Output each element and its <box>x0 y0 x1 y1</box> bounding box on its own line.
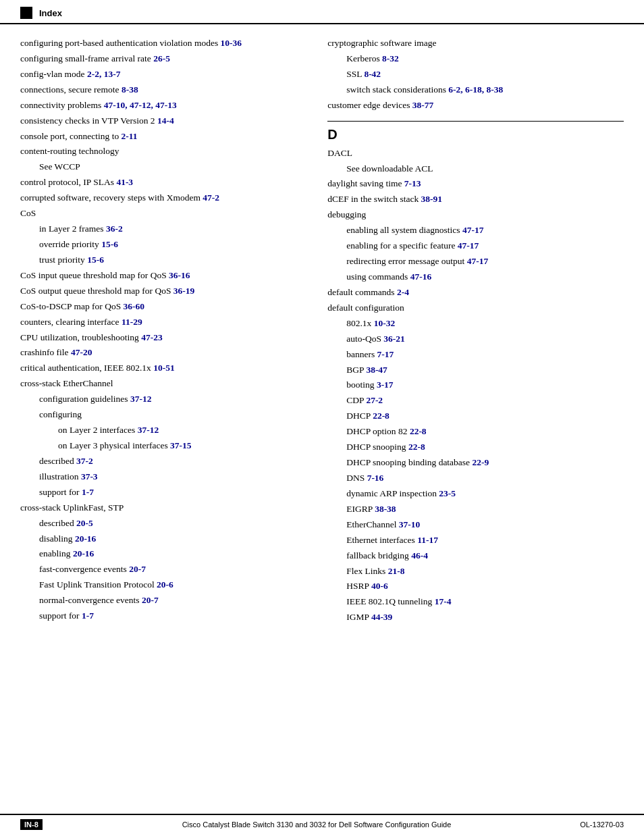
entry-link[interactable]: 14-4 <box>157 115 174 126</box>
entry-link[interactable]: 20-16 <box>73 548 95 558</box>
entry-link[interactable]: 26-5 <box>153 53 170 63</box>
entry-text: console port, connecting to <box>20 131 122 141</box>
entry-text: Ethernet interfaces <box>346 535 417 545</box>
entry-link[interactable]: 22-8 <box>410 426 427 436</box>
entry-link[interactable]: 20-7 <box>129 564 146 574</box>
list-item: in Layer 2 frames 36-2 <box>20 222 307 236</box>
page-header: Index <box>0 0 644 24</box>
list-item: cryptographic software image <box>327 36 624 51</box>
entry-link[interactable]: 10-36 <box>221 38 242 48</box>
entry-link[interactable]: 8-38 <box>122 84 138 95</box>
entry-link[interactable]: 17-4 <box>435 596 452 606</box>
entry-link[interactable]: 8-42 <box>364 69 381 79</box>
entry-link[interactable]: 37-12 <box>130 394 152 404</box>
entry-link[interactable]: 47-2 <box>203 192 219 203</box>
entry-link[interactable]: 2-4 <box>397 287 409 297</box>
entry-link[interactable]: 37-15 <box>170 440 192 450</box>
entry-link[interactable]: 10-32 <box>374 318 396 328</box>
entry-link[interactable]: 11-17 <box>417 535 438 545</box>
entry-link[interactable]: 8-32 <box>382 53 399 63</box>
entry-text: crashinfo file <box>20 347 71 357</box>
entry-link[interactable]: 44-39 <box>371 612 393 622</box>
entry-link[interactable]: 10-51 <box>153 363 175 373</box>
entry-link[interactable]: 37-3 <box>81 471 98 481</box>
entry-link[interactable]: 22-8 <box>408 442 425 452</box>
entry-link[interactable]: 36-16 <box>169 270 190 280</box>
entry-link[interactable]: 7-13 <box>404 178 421 188</box>
entry-link[interactable]: 6-2, 6-18, 8-38 <box>448 84 503 95</box>
entry-link[interactable]: 7-17 <box>377 349 394 359</box>
entry-link[interactable]: 20-16 <box>75 533 97 544</box>
list-item: configuration guidelines 37-12 <box>20 392 307 407</box>
list-item: daylight saving time 7-13 <box>327 177 624 191</box>
list-item: DHCP 22-8 <box>327 409 624 423</box>
list-item: DHCP snooping binding database 22-9 <box>327 456 624 470</box>
list-item: CPU utilization, troubleshooting 47-23 <box>20 331 307 345</box>
list-item: See WCCP <box>20 160 307 174</box>
entry-link[interactable]: 47-16 <box>410 271 432 282</box>
entry-link[interactable]: 47-17 <box>462 225 484 235</box>
entry-link[interactable]: 36-2 <box>106 224 123 234</box>
list-item: override priority 15-6 <box>20 238 307 252</box>
entry-link[interactable]: 20-7 <box>142 595 159 605</box>
entry-link[interactable]: 47-17 <box>467 256 489 266</box>
entry-link[interactable]: 41-3 <box>116 177 133 187</box>
list-item: connections, secure remote 8-38 <box>20 83 307 97</box>
entry-link[interactable]: 22-8 <box>373 411 390 421</box>
entry-link[interactable]: 23-5 <box>439 488 456 498</box>
entry-text: critical authentication, IEEE 802.1x <box>20 363 153 373</box>
entry-text: DHCP snooping <box>346 442 408 452</box>
entry-text: IGMP <box>346 612 371 622</box>
entry-link[interactable]: 47-20 <box>71 347 92 357</box>
entry-link[interactable]: 36-21 <box>383 334 405 344</box>
entry-link[interactable]: 47-10, 47-12, 47-13 <box>104 100 177 110</box>
entry-link[interactable]: 38-38 <box>375 504 396 514</box>
entry-link[interactable]: 15-6 <box>87 255 104 265</box>
entry-link[interactable]: 2-2, 13-7 <box>87 69 121 79</box>
entry-link[interactable]: 11-29 <box>122 317 142 327</box>
entry-link[interactable]: 47-17 <box>458 240 479 251</box>
entry-link[interactable]: 46-4 <box>411 550 428 561</box>
entry-text: debugging <box>327 209 366 219</box>
entry-text: consistency checks in VTP Version 2 <box>20 115 157 126</box>
entry-link[interactable]: 20-5 <box>76 518 93 528</box>
list-item: redirecting error message output 47-17 <box>327 255 624 269</box>
entry-text: CoS input queue threshold map for QoS <box>20 270 169 280</box>
entry-link[interactable]: 36-19 <box>173 286 195 296</box>
entry-link[interactable]: 22-9 <box>472 457 489 467</box>
list-item: fallback bridging 46-4 <box>327 549 624 563</box>
entry-link[interactable]: 38-77 <box>412 100 434 110</box>
footer-left: IN-8 <box>20 819 53 830</box>
entry-link[interactable]: 38-47 <box>366 365 387 375</box>
list-item: fast-convergence events 20-7 <box>20 563 307 577</box>
entry-link[interactable]: 37-12 <box>138 425 159 435</box>
entry-link[interactable]: 40-6 <box>371 581 388 591</box>
list-item: configuring small-frame arrival rate 26-… <box>20 52 307 66</box>
entry-link[interactable]: 15-6 <box>101 239 118 249</box>
entry-text: described <box>39 518 76 528</box>
entry-link[interactable]: 20-6 <box>157 579 173 590</box>
header-icon <box>20 7 32 19</box>
list-item: connectivity problems 47-10, 47-12, 47-1… <box>20 99 307 113</box>
entry-link[interactable]: 21-8 <box>388 566 405 576</box>
entry-link[interactable]: 37-2 <box>76 456 93 466</box>
entry-text: SSL <box>346 69 364 79</box>
entry-link[interactable]: 1-7 <box>82 487 94 497</box>
entry-text: connectivity problems <box>20 100 104 110</box>
list-item: configuring port-based authentication vi… <box>20 36 307 51</box>
entry-text: illustration <box>39 471 81 481</box>
entry-link[interactable]: 2-11 <box>122 131 138 141</box>
entry-link[interactable]: 38-91 <box>421 194 443 204</box>
entry-text: dCEF in the switch stack <box>327 194 421 204</box>
entry-link[interactable]: 7-16 <box>367 473 384 483</box>
list-item: counters, clearing interface 11-29 <box>20 315 307 330</box>
entry-link[interactable]: 36-60 <box>124 301 145 311</box>
entry-text: cross-stack UplinkFast, STP <box>20 502 124 513</box>
entry-text: Fast Uplink Transition Protocol <box>39 579 157 590</box>
entry-link[interactable]: 1-7 <box>82 610 94 621</box>
entry-link[interactable]: 37-10 <box>399 519 421 529</box>
entry-link[interactable]: 27-2 <box>366 395 383 405</box>
entry-link[interactable]: 47-23 <box>141 332 163 342</box>
list-item: DNS 7-16 <box>327 471 624 486</box>
entry-link[interactable]: 3-17 <box>377 380 394 390</box>
